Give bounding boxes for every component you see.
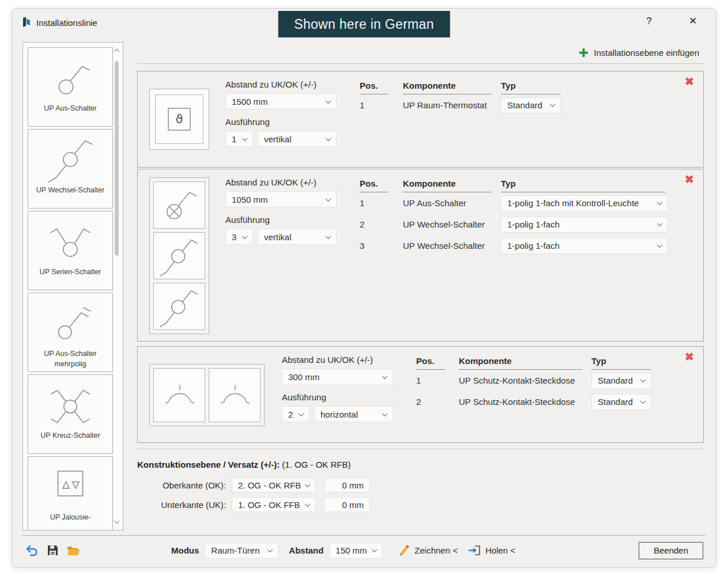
- chevron-down-icon: [657, 242, 663, 248]
- arrow-into-box-icon: [468, 545, 481, 556]
- abstand-select[interactable]: 150 mm: [329, 543, 383, 559]
- help-button[interactable]: ?: [642, 16, 656, 27]
- component-table: Pos. Komponente Typ 1 UP Raum-Thermostat…: [360, 79, 692, 161]
- cell-pos: 1: [360, 94, 403, 116]
- scroll-up-icon[interactable]: [114, 49, 120, 55]
- installation-line-dialog: Installationslinie Shown here in German …: [12, 8, 716, 568]
- cell-pos: 3: [360, 235, 403, 256]
- cell-pos: 1: [360, 192, 403, 214]
- cell-komponente: UP Aus-Schalter: [403, 192, 501, 214]
- chevron-down-icon: [640, 398, 646, 404]
- oberkante-offset-field[interactable]: 0 mm: [324, 478, 370, 492]
- lamp-switch-symbol: [154, 182, 205, 228]
- distance-select[interactable]: 1050 mm: [225, 191, 337, 207]
- col-header-pos: Pos.: [360, 81, 388, 94]
- sidebar-item-kreuz-schalter[interactable]: UP Kreuz-Schalter: [28, 374, 113, 454]
- serien-schalter-icon: [42, 217, 99, 266]
- cell-komponente: UP Schutz-Kontakt-Steckdose: [459, 391, 591, 412]
- count-select[interactable]: 2: [282, 406, 310, 422]
- oberkante-label: Oberkante (OK):: [150, 480, 226, 490]
- delete-level-icon[interactable]: ✖: [685, 174, 694, 185]
- typ-select[interactable]: 1-polig 1-fach: [501, 217, 668, 233]
- cell-pos: 1: [416, 370, 459, 391]
- col-header-typ: Typ: [591, 356, 651, 370]
- sidebar-item-label: UP Wechsel-Schalter: [35, 185, 106, 195]
- ausfuehrung-label: Ausführung: [282, 392, 393, 402]
- component-palette: UP Aus-Schalter UP Wechsel-Schalter UP S…: [22, 42, 123, 530]
- distance-select[interactable]: 300 mm: [282, 369, 393, 385]
- cell-komponente: UP Schutz-Kontakt-Steckdose: [459, 370, 591, 391]
- scroll-down-icon[interactable]: [114, 518, 120, 524]
- insert-installation-level-button[interactable]: Installationsebene einfügen: [579, 48, 699, 58]
- cell-pos: 2: [360, 214, 403, 235]
- distance-select[interactable]: 1500 mm: [225, 93, 337, 109]
- title-bar: Installationslinie Shown here in German …: [12, 9, 716, 37]
- sidebar-item-label: UP Kreuz-Schalter: [35, 430, 106, 441]
- symbol-preview: [149, 177, 209, 334]
- delete-level-icon[interactable]: ✖: [685, 76, 694, 87]
- chevron-down-icon: [372, 547, 378, 552]
- sidebar-item-label: UP Aus-Schalter mehrpolig: [35, 348, 106, 369]
- col-header-komponente: Komponente: [403, 81, 492, 94]
- chevron-down-icon: [305, 501, 311, 507]
- beenden-button[interactable]: Beenden: [639, 542, 703, 559]
- aus-schalter-mehrpolig-icon: [42, 299, 99, 347]
- sidebar-scrollbar[interactable]: [113, 48, 120, 524]
- sidebar-item-aus-schalter[interactable]: UP Aus-Schalter: [28, 47, 113, 127]
- orientation-select[interactable]: horizontal: [314, 406, 393, 422]
- open-file-button[interactable]: [67, 545, 80, 556]
- thermostat-symbol: ϑ: [168, 108, 191, 131]
- scrollbar-thumb[interactable]: [115, 61, 119, 256]
- col-header-pos: Pos.: [416, 356, 445, 370]
- typ-select[interactable]: 1-polig 1-fach mit Kontroll-Leuchte: [501, 195, 668, 211]
- chevron-down-icon: [640, 377, 646, 382]
- count-select[interactable]: 3: [225, 229, 253, 245]
- col-header-pos: Pos.: [360, 179, 388, 192]
- wechsel-schalter-symbol: [154, 233, 205, 279]
- chevron-down-icon: [326, 196, 331, 202]
- count-select[interactable]: 1: [225, 131, 253, 147]
- undo-arrow-icon: [26, 544, 39, 556]
- steckdose-symbol: [210, 371, 259, 419]
- typ-select[interactable]: Standard: [591, 373, 651, 389]
- app-logo-icon: [21, 17, 32, 28]
- chevron-down-icon: [242, 135, 248, 141]
- chevron-down-icon: [657, 221, 663, 226]
- delete-level-icon[interactable]: ✖: [685, 351, 694, 362]
- jalousie-schalter-icon: [42, 463, 99, 511]
- save-button[interactable]: [47, 545, 58, 556]
- holen-button[interactable]: Holen <: [468, 545, 515, 556]
- chevron-down-icon: [550, 101, 556, 107]
- modus-select[interactable]: Raum-Türen: [205, 543, 278, 559]
- orientation-select[interactable]: vertikal: [258, 131, 337, 147]
- unterkante-offset-field[interactable]: 0 mm: [324, 497, 370, 512]
- unterkante-select[interactable]: 1. OG - OK FFB: [232, 497, 316, 512]
- sidebar-item-jalousie-schalter[interactable]: UP Jalousie-: [28, 456, 113, 530]
- chevron-down-icon: [382, 373, 388, 379]
- zeichnen-button[interactable]: Zeichnen <: [398, 544, 458, 556]
- sidebar-item-aus-schalter-mehrpolig[interactable]: UP Aus-Schalter mehrpolig: [28, 293, 113, 372]
- sidebar-item-label: UP Serien-Schalter: [35, 267, 106, 277]
- close-button[interactable]: ✕: [686, 15, 700, 27]
- col-header-typ: Typ: [501, 179, 666, 192]
- chevron-down-icon: [326, 233, 331, 239]
- typ-select[interactable]: Standard: [591, 394, 651, 410]
- typ-select[interactable]: Standard: [501, 97, 561, 113]
- chevron-down-icon: [326, 135, 331, 141]
- installation-level-panel-2: ✖: [137, 169, 704, 342]
- sidebar-item-wechsel-schalter[interactable]: UP Wechsel-Schalter: [28, 129, 113, 209]
- oberkante-select[interactable]: 2. OG - OK RFB: [232, 478, 316, 492]
- typ-select[interactable]: 1-polig 1-fach: [501, 238, 668, 254]
- undo-button[interactable]: [26, 544, 39, 556]
- symbol-preview: [149, 364, 265, 426]
- footer-toolbar: Modus Raum-Türen Abstand 150 mm Zeichnen…: [22, 535, 706, 567]
- ausfuehrung-label: Ausführung: [225, 215, 337, 225]
- col-header-typ: Typ: [501, 81, 561, 94]
- section-divider: [137, 449, 704, 449]
- distance-label: Abstand zu UK/OK (+/-): [282, 355, 393, 365]
- sidebar-item-serien-schalter[interactable]: UP Serien-Schalter: [28, 211, 113, 290]
- symbol-preview: ϑ: [149, 79, 209, 161]
- wechsel-schalter-symbol: [154, 283, 205, 329]
- component-table: Pos. Komponente Typ 1 UP Schutz-Kontakt-…: [416, 355, 692, 437]
- orientation-select[interactable]: vertikal: [258, 229, 337, 245]
